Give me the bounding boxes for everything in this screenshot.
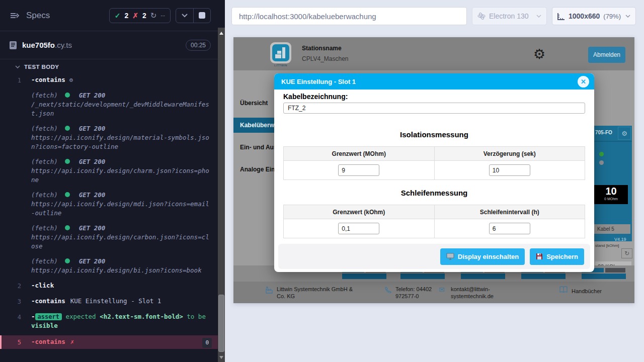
assert-selector: <h2.text-sm.font-bold>: [100, 313, 183, 320]
fetch-log-1[interactable]: (fetch)GET 200 /_next/static/development…: [0, 90, 218, 119]
factory-icon: [266, 287, 273, 294]
spec-extension: .cy.ts: [55, 41, 72, 49]
fetch-url: https://api.iconify.design/charm.json?ic…: [31, 167, 209, 184]
test-body-label: TEST BODY: [24, 64, 59, 70]
fetch-label: (fetch): [31, 92, 58, 99]
status-ok-icon: [65, 225, 70, 230]
url-bar[interactable]: http://localhost:3000/kabelueberwachung: [231, 7, 467, 25]
device-gear-icon[interactable]: ⚙: [618, 127, 631, 140]
command-number: 5: [2, 337, 31, 347]
viewport-size: 1000x660: [569, 12, 600, 20]
viewport-selector[interactable]: 1000x660 (79%): [552, 7, 636, 25]
assert-mid: to be: [187, 313, 206, 320]
footer-email[interactable]: kontakt@littwin-systemtechnik.de: [451, 286, 511, 300]
fetch-log-6[interactable]: (fetch)GET 200 https://api.iconify.desig…: [0, 256, 218, 276]
modal-body: Kabelbezeichnung: Isolationsmessung Gren…: [274, 93, 594, 238]
device-title: 705-FO: [595, 130, 612, 135]
settings-gear-icon[interactable]: ⚙: [533, 46, 545, 62]
fetch-status: GET 200: [79, 158, 106, 165]
logout-button[interactable]: Abmelden: [588, 47, 625, 63]
book-icon: [559, 286, 568, 293]
status-ok-icon: [65, 159, 70, 164]
measurement-unit: 0 MOhm: [594, 197, 628, 201]
scroll-down-arrow[interactable]: [219, 356, 223, 359]
footer-manuals[interactable]: Handbücher: [572, 288, 602, 295]
command-message: KUE Einstellung - Slot 1: [70, 297, 162, 305]
fetch-label: (fetch): [31, 158, 58, 165]
specs-title[interactable]: Specs: [26, 11, 50, 21]
command-contains-1[interactable]: 1 -contains⚙: [0, 74, 218, 86]
test-stats: ✓ 2 ✗ 2 ↻ --: [109, 8, 171, 23]
sidebar-item-uebersicht[interactable]: Übersicht: [240, 100, 268, 107]
cable-name-input[interactable]: [283, 103, 585, 114]
command-number: 4: [0, 312, 31, 330]
browser-selector[interactable]: Electron 130: [472, 7, 547, 25]
command-prefix: -: [31, 313, 35, 320]
fetch-log-2[interactable]: (fetch)GET 200 https://api.iconify.desig…: [0, 123, 218, 152]
fetch-log-5[interactable]: (fetch)GET 200 https://api.iconify.desig…: [0, 223, 218, 252]
kue-settings-modal: KUE Einstellung - Slot 1 ✕ Kabelbezeichn…: [274, 73, 594, 272]
footer-company: Littwin Systemtechnik GmbH & Co. KG: [277, 286, 353, 300]
command-assert[interactable]: 4 -assert expected <h2.text-sm.font-bold…: [0, 311, 218, 331]
status-ok-icon: [65, 126, 70, 131]
footer-phone: Telefon: 04402 972577-0: [395, 286, 442, 300]
command-contains-3[interactable]: 3 -containsKUE Einstellung - Slot 1: [0, 296, 218, 307]
chevron-down-icon: [15, 65, 20, 69]
scrollbar-thumb[interactable]: [218, 295, 224, 352]
loop-col2-header: Schleifenintervall (h): [434, 205, 585, 219]
measurement-value: 10: [594, 185, 628, 197]
command-number: 1: [0, 75, 31, 85]
loop-resistance-label: stand [kOhm]: [595, 243, 619, 248]
floppy-disk-icon: [536, 253, 543, 260]
isolation-col1-header: Grenzwert (MOhm): [284, 147, 435, 161]
monitor-icon: [446, 253, 454, 260]
ruler-icon: [557, 13, 565, 20]
fetch-url: https://api.iconify.design/mdi.json?icon…: [31, 200, 209, 217]
command-name: -contains: [31, 76, 65, 83]
isolation-delay-input[interactable]: [489, 164, 530, 176]
status-ok-icon: [65, 258, 70, 263]
app-header: LITTWIN Stationsname CPLV4_Maschen ⚙ Abm…: [233, 37, 634, 70]
station-name: CPLV4_Maschen: [302, 55, 349, 62]
isolation-section-title: Isolationsmessung: [283, 130, 585, 139]
stop-button[interactable]: [193, 9, 210, 23]
loop-table: Grenzwert (kOhm) Schleifenintervall (h): [283, 205, 585, 238]
status-led-gray: [599, 160, 604, 165]
browser-name: Electron 130: [489, 12, 529, 20]
loop-interval-input[interactable]: [489, 223, 530, 234]
scroll-up-arrow[interactable]: [219, 32, 223, 35]
fetch-log-3[interactable]: (fetch)GET 200 https://api.iconify.desig…: [0, 156, 218, 186]
fetch-status: GET 200: [79, 92, 106, 99]
fetch-label: (fetch): [31, 224, 58, 232]
close-icon[interactable]: ✕: [578, 76, 589, 87]
command-click[interactable]: 2 -click: [0, 280, 218, 292]
email-icon: ✉: [439, 286, 445, 294]
fetch-url: https://api.iconify.design/carbon.json?i…: [31, 233, 209, 250]
device-title-row: 705-FO ⚙: [594, 126, 632, 142]
collapse-button[interactable]: [176, 9, 193, 23]
pending-count: --: [160, 12, 165, 19]
isolation-limit-input[interactable]: [338, 164, 379, 176]
passed-icon: ✓: [115, 12, 121, 20]
url-text: http://localhost:3000/kabelueberwachung: [239, 12, 376, 21]
loop-limit-input[interactable]: [338, 223, 379, 234]
isolation-table: Grenzwert (MOhm) Verzögerung (sek): [283, 146, 585, 180]
stop-icon: [199, 12, 205, 19]
cable-label: Kabel 5: [594, 224, 630, 234]
save-button[interactable]: Speichern: [530, 248, 584, 265]
spec-row[interactable]: kue705fo.cy.ts 00:25: [0, 31, 218, 59]
logo-icon: [272, 44, 289, 61]
status-ok-icon: [65, 93, 70, 98]
app-footer: Littwin Systemtechnik GmbH & Co. KG Tele…: [233, 282, 634, 303]
command-contains-failed[interactable]: 5 -contains✗ 0: [0, 335, 218, 349]
fetch-log-4[interactable]: (fetch)GET 200 https://api.iconify.desig…: [0, 190, 218, 219]
specs-menu-icon[interactable]: [10, 12, 20, 20]
test-body-toggle[interactable]: TEST BODY: [0, 59, 218, 74]
loop-section-title: Schleifenmessung: [283, 189, 585, 197]
scrollbar-track[interactable]: [218, 28, 225, 362]
refresh-icon[interactable]: ↻: [621, 248, 632, 258]
gear-icon: ⚙: [69, 76, 73, 83]
chevron-down-icon: [625, 15, 630, 18]
display-on-button[interactable]: Display einschalten: [440, 248, 525, 265]
modal-footer: Display einschalten Speichern: [278, 244, 590, 269]
